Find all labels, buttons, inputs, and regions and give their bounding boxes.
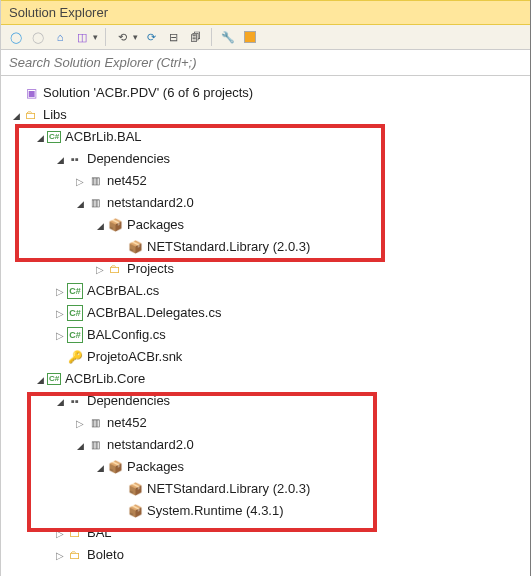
expand-toggle[interactable] xyxy=(73,170,87,193)
package-item[interactable]: 📦 System.Runtime (4.3.1) xyxy=(5,500,526,522)
framework-node[interactable]: ▥ netstandard2.0 xyxy=(5,434,526,456)
folder-node[interactable]: 🗀 Boleto xyxy=(5,544,526,566)
cs-icon: C# xyxy=(67,327,83,343)
preview-button[interactable] xyxy=(241,28,259,46)
projects-label: Projects xyxy=(127,258,174,280)
package-label: NETStandard.Library (2.0.3) xyxy=(147,236,310,258)
folder-icon: 🗀 xyxy=(23,107,39,123)
framework-label: net452 xyxy=(107,170,147,192)
project-node[interactable]: C# ACBrLib.BAL xyxy=(5,126,526,148)
file-label: ACBrBAL.Delegates.cs xyxy=(87,302,221,324)
folder-node[interactable]: 🗀 BAL xyxy=(5,522,526,544)
framework-icon: ▥ xyxy=(87,173,103,189)
project-label: ACBrLib.BAL xyxy=(65,126,142,148)
panel-title: Solution Explorer xyxy=(1,0,530,25)
switch-view-button[interactable]: ◫ xyxy=(73,28,91,46)
framework-icon: ▥ xyxy=(87,195,103,211)
expand-toggle[interactable] xyxy=(53,544,67,567)
framework-label: netstandard2.0 xyxy=(107,192,194,214)
framework-icon: ▥ xyxy=(87,415,103,431)
package-label: System.Runtime (4.3.1) xyxy=(147,500,284,522)
expand-toggle[interactable] xyxy=(33,368,47,391)
expand-toggle[interactable] xyxy=(73,412,87,435)
framework-node[interactable]: ▥ netstandard2.0 xyxy=(5,192,526,214)
collapse-all-button[interactable]: ⊟ xyxy=(164,28,182,46)
expand-toggle[interactable] xyxy=(53,280,67,303)
expand-toggle[interactable] xyxy=(73,192,87,215)
framework-node[interactable]: ▥ net452 xyxy=(5,170,526,192)
separator xyxy=(211,28,212,46)
pending-dropdown[interactable]: ▾ xyxy=(133,32,138,42)
properties-button[interactable]: 🔧 xyxy=(219,28,237,46)
project-label: ACBrLib.Core xyxy=(65,368,145,390)
file-label: ACBrBAL.cs xyxy=(87,280,159,302)
expand-toggle[interactable] xyxy=(53,302,67,325)
expand-toggle[interactable] xyxy=(93,456,107,479)
package-icon: 📦 xyxy=(127,503,143,519)
file-label: BALConfig.cs xyxy=(87,324,166,346)
expand-toggle[interactable] xyxy=(33,126,47,149)
package-item[interactable]: 📦 NETStandard.Library (2.0.3) xyxy=(5,236,526,258)
package-folder-icon: 📦 xyxy=(107,217,123,233)
solution-node[interactable]: ▣ Solution 'ACBr.PDV' (6 of 6 projects) xyxy=(5,82,526,104)
package-item[interactable]: 📦 NETStandard.Library (2.0.3) xyxy=(5,478,526,500)
pending-changes-button[interactable]: ⟲ xyxy=(113,28,131,46)
libs-folder[interactable]: 🗀 Libs xyxy=(5,104,526,126)
packages-node[interactable]: 📦 Packages xyxy=(5,214,526,236)
framework-icon: ▥ xyxy=(87,437,103,453)
show-all-files-button[interactable]: 🗐 xyxy=(186,28,204,46)
expand-toggle[interactable] xyxy=(73,434,87,457)
package-icon: 📦 xyxy=(127,481,143,497)
folder-icon: 🗀 xyxy=(67,525,83,541)
file-label: ProjetoACBr.snk xyxy=(87,346,182,368)
solution-icon: ▣ xyxy=(23,85,39,101)
key-icon: 🔑 xyxy=(67,349,83,365)
framework-label: net452 xyxy=(107,412,147,434)
cs-icon: C# xyxy=(67,283,83,299)
back-button[interactable]: ◯ xyxy=(7,28,25,46)
panel-title-text: Solution Explorer xyxy=(9,5,108,20)
solution-label: Solution 'ACBr.PDV' (6 of 6 projects) xyxy=(43,82,253,104)
cs-file[interactable]: C# ACBrBAL.Delegates.cs xyxy=(5,302,526,324)
folder-label: Boleto xyxy=(87,544,124,566)
packages-node[interactable]: 📦 Packages xyxy=(5,456,526,478)
folder-label: Libs xyxy=(43,104,67,126)
dependencies-label: Dependencies xyxy=(87,390,170,412)
folder-label: BAL xyxy=(87,522,112,544)
search-input[interactable] xyxy=(1,50,530,75)
preview-icon xyxy=(244,31,256,43)
dependencies-label: Dependencies xyxy=(87,148,170,170)
framework-node[interactable]: ▥ net452 xyxy=(5,412,526,434)
folder-icon: 🗀 xyxy=(107,261,123,277)
cs-icon: C# xyxy=(67,305,83,321)
folder-icon: 🗀 xyxy=(67,547,83,563)
packages-label: Packages xyxy=(127,214,184,236)
dependencies-icon: ▪▪ xyxy=(67,393,83,409)
refresh-button[interactable]: ⟳ xyxy=(142,28,160,46)
switch-view-dropdown[interactable]: ▾ xyxy=(93,32,98,42)
package-label: NETStandard.Library (2.0.3) xyxy=(147,478,310,500)
dependencies-node[interactable]: ▪▪ Dependencies xyxy=(5,390,526,412)
home-button[interactable]: ⌂ xyxy=(51,28,69,46)
dependencies-node[interactable]: ▪▪ Dependencies xyxy=(5,148,526,170)
package-icon: 📦 xyxy=(127,239,143,255)
expand-toggle[interactable] xyxy=(53,148,67,171)
expand-toggle[interactable] xyxy=(53,522,67,545)
project-node[interactable]: C# ACBrLib.Core xyxy=(5,368,526,390)
snk-file[interactable]: 🔑 ProjetoACBr.snk xyxy=(5,346,526,368)
forward-button[interactable]: ◯ xyxy=(29,28,47,46)
dependencies-icon: ▪▪ xyxy=(67,151,83,167)
expand-toggle[interactable] xyxy=(53,324,67,347)
toolbar: ◯ ◯ ⌂ ◫ ▾ ⟲ ▾ ⟳ ⊟ 🗐 🔧 xyxy=(1,25,530,50)
expand-toggle[interactable] xyxy=(93,214,107,237)
cs-file[interactable]: C# BALConfig.cs xyxy=(5,324,526,346)
solution-tree: ▣ Solution 'ACBr.PDV' (6 of 6 projects) … xyxy=(1,76,530,572)
separator xyxy=(105,28,106,46)
expand-toggle[interactable] xyxy=(93,258,107,281)
projects-ref-node[interactable]: 🗀 Projects xyxy=(5,258,526,280)
expand-toggle[interactable] xyxy=(9,104,23,127)
expand-toggle[interactable] xyxy=(53,390,67,413)
cs-file[interactable]: C# ACBrBAL.cs xyxy=(5,280,526,302)
csproj-icon: C# xyxy=(47,131,61,143)
csproj-icon: C# xyxy=(47,373,61,385)
